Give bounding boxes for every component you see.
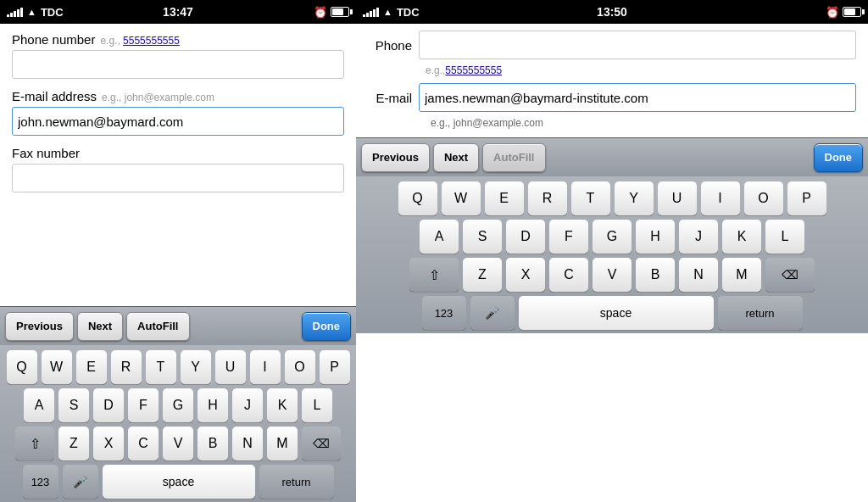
key-a-r[interactable]: A: [420, 220, 459, 254]
mic-key-left[interactable]: 🎤: [63, 465, 98, 499]
key-j[interactable]: J: [232, 388, 263, 422]
return-key-left[interactable]: return: [259, 465, 334, 499]
delete-key-left[interactable]: ⌫: [302, 427, 341, 460]
key-c-r[interactable]: C: [549, 258, 588, 292]
previous-button-right[interactable]: Previous: [361, 143, 430, 172]
key-o[interactable]: O: [285, 350, 315, 384]
carrier-name: TDC: [41, 6, 64, 19]
fax-input[interactable]: [12, 164, 344, 192]
key-l-r[interactable]: L: [765, 220, 804, 254]
done-button-left[interactable]: Done: [302, 312, 352, 341]
key-v[interactable]: V: [163, 427, 193, 460]
space-key-right[interactable]: space: [519, 296, 714, 330]
next-button-left[interactable]: Next: [77, 312, 123, 341]
keyboard-toolbar-left: Previous Next AutoFill Done: [0, 306, 356, 345]
key-k[interactable]: K: [267, 388, 298, 422]
email-hint-left: e.g., john@example.com: [102, 92, 214, 103]
key-m-r[interactable]: M: [722, 258, 761, 292]
phone-input-right[interactable]: [419, 31, 856, 59]
key-b[interactable]: B: [198, 427, 228, 460]
key-z-r[interactable]: Z: [463, 258, 502, 292]
next-button-right[interactable]: Next: [433, 143, 479, 172]
key-l[interactable]: L: [302, 388, 332, 422]
phone-input[interactable]: [12, 50, 344, 79]
key-d-r[interactable]: D: [506, 220, 545, 254]
key-row-3-right: ⇧ Z X C V B N M ⌫: [359, 258, 865, 292]
phone-example-right: 5555555555: [445, 64, 502, 76]
key-r-r[interactable]: R: [528, 181, 567, 215]
key-o-r[interactable]: O: [744, 181, 783, 215]
delete-key-right[interactable]: ⌫: [765, 258, 815, 292]
key-f[interactable]: F: [128, 388, 159, 422]
numbers-key-right[interactable]: 123: [422, 296, 466, 330]
wifi-icon-right: ▲: [383, 7, 392, 17]
key-row-1-left: Q W E R T Y U I O P: [3, 350, 353, 384]
key-g[interactable]: G: [163, 388, 193, 422]
carrier-name-right: TDC: [397, 6, 420, 19]
key-u-r[interactable]: U: [658, 181, 697, 215]
key-h-r[interactable]: H: [636, 220, 675, 254]
done-button-right[interactable]: Done: [814, 143, 864, 172]
key-t[interactable]: T: [146, 350, 176, 384]
phone-field: Phone number e.g., 5555555555: [12, 32, 344, 79]
email-input-left[interactable]: [12, 107, 344, 136]
email-row-right: E-mail: [368, 83, 856, 112]
key-i[interactable]: I: [250, 350, 281, 384]
key-y[interactable]: Y: [181, 350, 211, 384]
key-n-r[interactable]: N: [679, 258, 718, 292]
key-q-r[interactable]: Q: [398, 181, 437, 215]
key-s[interactable]: S: [58, 388, 89, 422]
key-j-r[interactable]: J: [679, 220, 718, 254]
key-x[interactable]: X: [93, 427, 124, 460]
keyboard-left: Q W E R T Y U I O P A S D F G H J K L ⇧ …: [0, 345, 356, 502]
email-input-right[interactable]: [419, 83, 856, 112]
key-z[interactable]: Z: [58, 427, 89, 460]
key-u[interactable]: U: [215, 350, 246, 384]
key-n[interactable]: N: [232, 427, 263, 460]
key-c[interactable]: C: [128, 427, 159, 460]
status-right-icons-right: ⏰: [826, 6, 861, 19]
key-h[interactable]: H: [198, 388, 228, 422]
shift-key-left[interactable]: ⇧: [15, 427, 54, 460]
key-b-r[interactable]: B: [636, 258, 675, 292]
key-i-r[interactable]: I: [701, 181, 740, 215]
key-g-r[interactable]: G: [593, 220, 632, 254]
form-area-left: Phone number e.g., 5555555555 E-mail add…: [0, 24, 356, 306]
autofill-button-left[interactable]: AutoFill: [126, 312, 189, 341]
key-y-r[interactable]: Y: [615, 181, 654, 215]
key-v-r[interactable]: V: [593, 258, 632, 292]
key-row-3-left: ⇧ Z X C V B N M ⌫: [3, 427, 353, 460]
key-f-r[interactable]: F: [549, 220, 588, 254]
key-d[interactable]: D: [93, 388, 124, 422]
previous-button-left[interactable]: Previous: [5, 312, 74, 341]
key-e[interactable]: E: [76, 350, 107, 384]
key-p[interactable]: P: [320, 350, 350, 384]
phone-row-right: Phone: [368, 31, 856, 59]
autofill-button-right[interactable]: AutoFill: [482, 143, 545, 172]
key-a[interactable]: A: [24, 388, 54, 422]
phone-label: Phone number e.g., 5555555555: [12, 32, 344, 47]
key-m[interactable]: M: [267, 427, 298, 460]
email-label-right: E-mail: [368, 91, 419, 105]
space-key-left[interactable]: space: [103, 465, 255, 499]
status-left-icons-right: ▲ TDC: [363, 6, 420, 19]
status-left-icons: ▲ TDC: [7, 6, 64, 19]
mic-key-right[interactable]: 🎤: [470, 296, 515, 330]
key-x-r[interactable]: X: [506, 258, 545, 292]
key-p-r[interactable]: P: [787, 181, 826, 215]
phone-hint-right: e.g., 5555555555: [368, 64, 856, 76]
status-time: 13:47: [163, 5, 193, 19]
key-e-r[interactable]: E: [485, 181, 524, 215]
key-s-r[interactable]: S: [463, 220, 502, 254]
shift-key-right[interactable]: ⇧: [409, 258, 459, 292]
email-field: E-mail address e.g., john@example.com: [12, 89, 344, 136]
key-r[interactable]: R: [111, 350, 142, 384]
return-key-right[interactable]: return: [718, 296, 803, 330]
key-w-r[interactable]: W: [442, 181, 481, 215]
key-q[interactable]: Q: [7, 350, 37, 384]
signal-bars-right: [363, 7, 379, 17]
key-k-r[interactable]: K: [722, 220, 761, 254]
key-w[interactable]: W: [42, 350, 72, 384]
numbers-key-left[interactable]: 123: [23, 465, 58, 499]
key-t-r[interactable]: T: [571, 181, 610, 215]
